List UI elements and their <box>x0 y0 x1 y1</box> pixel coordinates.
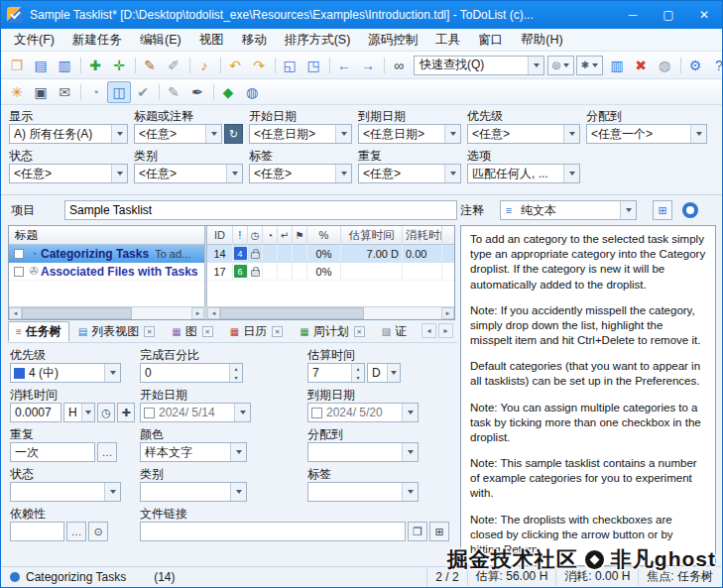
close-tab-icon[interactable]: ✕ <box>354 326 365 337</box>
column-header[interactable]: 消耗时间 <box>403 226 442 245</box>
new-tasklist-icon[interactable]: ❐ <box>5 55 29 76</box>
task-row[interactable]: ◔ Categorizing Tasks To ad... <box>9 245 204 263</box>
date-checkbox[interactable] <box>311 408 322 418</box>
date-checkbox[interactable] <box>144 408 155 418</box>
tab-next[interactable]: ▨ 证 ✕ <box>374 321 415 342</box>
recurrence-input[interactable]: 一次 <box>10 442 95 462</box>
email-task-icon[interactable]: ✉ <box>53 81 76 103</box>
title-pane-scrollbar[interactable]: ◂ ▸ <box>9 306 204 319</box>
pencil-icon[interactable]: ✎ <box>162 81 185 103</box>
minimize-button[interactable]: ─ <box>615 1 651 29</box>
tab-scroll-right-icon[interactable]: ▸ <box>438 323 453 338</box>
new-subtask-icon[interactable]: ✛ <box>107 55 131 76</box>
save-tasklist-icon[interactable]: ▤ <box>29 55 53 76</box>
time-estimate-unit-combo[interactable]: D <box>367 363 401 383</box>
tab-chart[interactable]: ▦ 图 ✕ <box>164 321 220 342</box>
menu-item[interactable]: 视图 <box>190 29 233 52</box>
file-link-browse-button[interactable]: ❐ <box>408 522 427 541</box>
find-tasks-icon[interactable]: ∞ <box>387 55 411 76</box>
scroll-thumb[interactable] <box>22 307 132 319</box>
tab-calendar[interactable]: ▦ 日历 ✕ <box>222 321 291 342</box>
menu-item[interactable]: 工具 <box>426 29 469 52</box>
tab-scroll-left-icon[interactable]: ◂ <box>422 323 436 338</box>
start-date-picker[interactable]: 2024/ 5/14 <box>140 403 251 422</box>
percent-spinner[interactable]: 0 ▴▾ <box>140 363 243 383</box>
weblink-icon[interactable]: ◍ <box>240 81 264 103</box>
chevron-down-icon[interactable] <box>387 364 400 382</box>
paste-link-icon[interactable]: ◫ <box>107 81 131 103</box>
print-icon[interactable]: ▣ <box>29 81 53 103</box>
time-track-button[interactable]: ◷ <box>97 403 115 422</box>
task-row-columns[interactable]: 14 4 0% 7.00 D 0.00 <box>207 245 454 263</box>
close-tab-icon[interactable]: ✕ <box>272 326 283 337</box>
maximize-tasklist-icon[interactable]: ◱ <box>278 55 301 76</box>
chevron-down-icon[interactable] <box>402 443 418 461</box>
chevron-down-icon[interactable] <box>444 125 460 143</box>
assigned-to-combo[interactable] <box>307 442 419 462</box>
filter-combo[interactable]: <任意> <box>134 164 243 183</box>
category-combo[interactable] <box>140 482 247 502</box>
edit-task-icon[interactable]: ✎ <box>138 55 162 76</box>
new-task-icon[interactable]: ✚ <box>83 55 107 76</box>
column-header[interactable]: ID <box>207 226 233 245</box>
column-header[interactable]: 估算时间 <box>341 226 403 245</box>
file-link-input[interactable] <box>140 522 406 541</box>
scroll-left-icon[interactable]: ◂ <box>207 307 220 319</box>
chevron-down-icon[interactable] <box>620 201 636 219</box>
chevron-down-icon[interactable] <box>335 165 351 182</box>
scroll-thumb[interactable] <box>220 307 364 319</box>
chevron-down-icon[interactable] <box>528 57 543 74</box>
time-estimate-input[interactable]: 7 ▴▾ <box>307 363 365 383</box>
task-checkbox[interactable] <box>14 249 24 259</box>
scroll-right-icon[interactable]: ▸ <box>191 307 204 319</box>
track-time-icon[interactable]: ◔ <box>83 81 107 103</box>
maximize-button[interactable]: ▢ <box>651 1 686 29</box>
chevron-down-icon[interactable] <box>111 125 127 143</box>
task-row[interactable]: ✇ Associated Files with Tasks <box>9 263 204 281</box>
tab-week-planner[interactable]: ▦ 周计划 ✕ <box>292 321 372 342</box>
columns-pane-scrollbar[interactable]: ◂ ▸ <box>207 306 454 319</box>
project-input[interactable] <box>64 200 457 220</box>
next-task-icon[interactable]: → <box>356 55 380 76</box>
chevron-down-icon[interactable] <box>205 125 221 143</box>
save-all-icon[interactable]: ▥ <box>53 55 76 76</box>
title-column-header[interactable]: 标题 <box>9 226 204 245</box>
dependency-edit-button[interactable]: … <box>66 522 86 541</box>
filter-combo[interactable]: <任意> <box>134 124 222 144</box>
scroll-left-icon[interactable]: ◂ <box>9 307 22 319</box>
chevron-down-icon[interactable] <box>230 443 246 461</box>
tab-task-tree[interactable]: ≡ 任务树 ✕ <box>8 321 69 342</box>
menu-item[interactable]: 窗口 <box>469 29 512 52</box>
comments-panel[interactable]: To add an category to the selected task … <box>460 225 716 566</box>
new-from-template-icon[interactable]: ✳ <box>5 81 29 103</box>
tags-combo[interactable] <box>307 482 419 502</box>
menu-item[interactable]: 编辑(E) <box>131 29 190 52</box>
columns-icon[interactable]: ▥ <box>605 55 629 76</box>
chevron-down-icon[interactable] <box>81 404 94 421</box>
spellcheck-icon[interactable]: ◍ <box>653 55 676 76</box>
close-tab-icon[interactable]: ✕ <box>202 326 213 337</box>
column-header[interactable]: ◔ <box>263 226 278 245</box>
tab-list-view[interactable]: ▤ 列表视图 ✕ <box>70 321 163 342</box>
chevron-down-icon[interactable] <box>104 483 120 501</box>
column-header[interactable]: % <box>307 226 341 245</box>
add-time-button[interactable]: ✚ <box>117 403 135 422</box>
chevron-down-icon[interactable] <box>563 165 579 182</box>
help-icon[interactable]: ? <box>707 55 723 76</box>
chevron-down-icon[interactable] <box>402 404 418 421</box>
column-header[interactable]: ↵ <box>278 226 293 245</box>
preferences-icon[interactable]: ⚙ <box>683 55 707 76</box>
maximize-comments-icon[interactable]: ◳ <box>301 55 325 76</box>
chevron-down-icon[interactable] <box>226 165 242 182</box>
time-spent-input[interactable]: 0.0007 <box>10 403 61 422</box>
recurrence-edit-button[interactable]: … <box>97 442 117 462</box>
filter-combo[interactable]: <任意日期> <box>358 124 461 144</box>
quickfind-select-button[interactable]: ◎ <box>547 56 574 75</box>
chevron-down-icon[interactable] <box>444 165 460 182</box>
filter-combo[interactable]: <任意> <box>9 164 128 183</box>
external-tool-icon[interactable]: ◆ <box>216 81 240 103</box>
column-header[interactable]: ! <box>233 226 248 245</box>
filter-combo[interactable]: 匹配任何人, ... <box>467 164 580 183</box>
menu-item[interactable]: 排序方式(S) <box>276 29 360 52</box>
spinner-buttons[interactable]: ▴▾ <box>229 364 242 382</box>
